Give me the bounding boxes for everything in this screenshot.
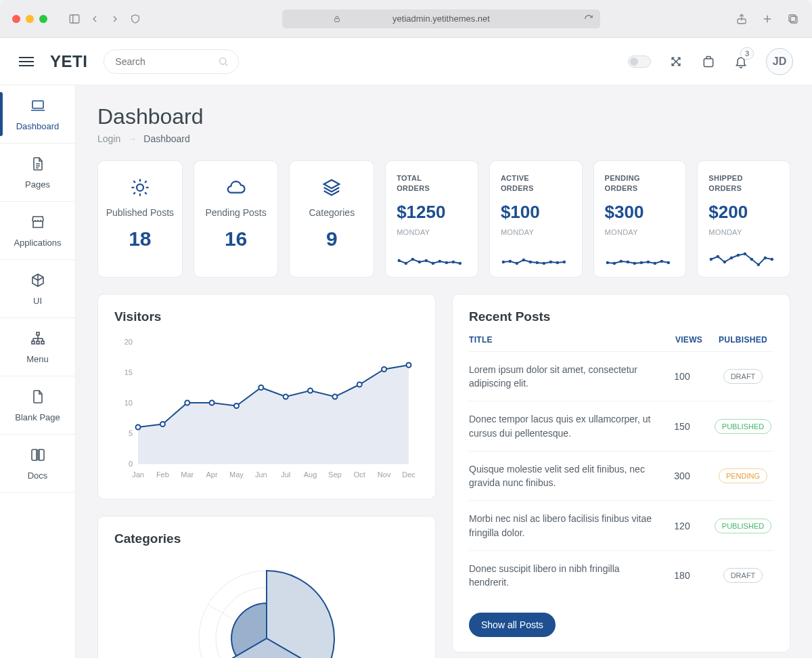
sitemap-icon [29, 330, 47, 347]
nav-back-icon[interactable] [88, 12, 102, 26]
svg-point-72 [737, 253, 740, 256]
status-badge: DRAFT [723, 568, 763, 583]
share-icon[interactable] [735, 12, 748, 26]
svg-point-40 [411, 257, 414, 260]
sidebar-item-menu[interactable]: Menu [0, 318, 75, 376]
window-minimize[interactable] [26, 15, 34, 23]
browser-chrome: yetiadmin.yetithemes.net [0, 0, 812, 38]
stat-day: MONDAY [397, 228, 430, 236]
apps-icon[interactable] [701, 54, 716, 69]
stat-total-orders: TOTALORDERS $1250 MONDAY [385, 160, 478, 278]
svg-rect-0 [70, 15, 79, 23]
new-tab-icon[interactable] [761, 12, 774, 26]
svg-point-47 [459, 261, 461, 264]
refresh-icon[interactable] [584, 14, 593, 24]
sidebar-item-dashboard[interactable]: Dashboard [0, 85, 75, 144]
sidebar-item-blank-page[interactable]: Blank Page [0, 376, 75, 435]
window-close[interactable] [12, 15, 20, 23]
svg-point-92 [332, 394, 337, 399]
svg-rect-18 [37, 332, 39, 335]
fullscreen-icon[interactable] [669, 54, 683, 69]
sidebar-item-label: Dashboard [16, 121, 60, 131]
post-title[interactable]: Donec tempor lacus quis ex ullamcorper, … [469, 412, 652, 440]
svg-text:Mar: Mar [181, 470, 194, 479]
svg-point-95 [407, 362, 411, 367]
svg-rect-2 [335, 18, 340, 22]
stat-pending-posts: Pending Posts 16 [194, 160, 279, 278]
sidebar-item-label: Pages [25, 179, 50, 190]
svg-point-76 [764, 256, 767, 259]
nav-forward-icon[interactable] [108, 12, 122, 26]
svg-point-89 [258, 385, 263, 390]
svg-text:Jun: Jun [255, 470, 267, 479]
svg-point-50 [516, 261, 518, 264]
sidebar-toggle-icon[interactable] [68, 12, 81, 26]
svg-text:5: 5 [129, 429, 133, 437]
svg-marker-37 [324, 180, 340, 189]
window-maximize[interactable] [39, 15, 47, 23]
url-bar[interactable]: yetiadmin.yetithemes.net [282, 9, 600, 28]
svg-text:Aug: Aug [304, 470, 317, 479]
sidebar-item-label: Applications [14, 238, 61, 248]
sidebar-item-docs[interactable]: Docs [0, 435, 75, 493]
svg-point-46 [452, 260, 455, 263]
svg-rect-21 [41, 341, 44, 344]
status-badge: DRAFT [723, 369, 763, 384]
svg-point-56 [556, 261, 559, 263]
post-title[interactable]: Morbi nec nisl ac libero facilisis finib… [469, 512, 652, 540]
search-input[interactable] [115, 56, 233, 67]
stat-label: ACTIVEORDERS [501, 173, 534, 194]
sidebar: Dashboard Pages Applications UI [0, 85, 76, 658]
svg-rect-12 [704, 58, 713, 66]
sidebar-item-label: Docs [28, 470, 48, 481]
post-title[interactable]: Lorem ipsum dolor sit amet, consectetur … [469, 363, 652, 391]
shield-icon[interactable] [129, 12, 142, 26]
post-title[interactable]: Donec suscipit libero in nibh fringilla … [469, 562, 652, 590]
svg-point-48 [502, 260, 505, 263]
sidebar-item-ui[interactable]: UI [0, 260, 75, 318]
col-published: PULBISHED [713, 335, 773, 345]
stat-label: SHIPPEDORDERS [708, 173, 742, 194]
menu-toggle-button[interactable] [19, 57, 34, 66]
sidebar-item-label: Blank Page [15, 412, 60, 422]
tabs-overview-icon[interactable] [786, 12, 800, 26]
status-badge: PENDING [719, 468, 767, 483]
document-icon [29, 155, 47, 173]
url-text: yetiadmin.yetithemes.net [392, 14, 490, 24]
post-title[interactable]: Quisque molestie velit sed elit finibus,… [469, 462, 652, 490]
svg-point-93 [357, 382, 362, 387]
theme-toggle[interactable] [628, 56, 651, 68]
search-field[interactable] [104, 49, 239, 74]
svg-line-36 [145, 181, 147, 183]
page-title: Dashboard [97, 104, 790, 129]
svg-point-75 [757, 263, 760, 265]
stat-day: MONDAY [501, 228, 534, 236]
sidebar-item-pages[interactable]: Pages [0, 144, 75, 202]
svg-point-77 [771, 257, 773, 260]
show-all-posts-button[interactable]: Show all Posts [469, 613, 556, 637]
svg-point-62 [633, 261, 635, 264]
stat-value: 16 [225, 227, 247, 250]
svg-point-67 [667, 261, 669, 263]
breadcrumb-current: Dashboard [143, 133, 190, 144]
sidebar-item-applications[interactable]: Applications [0, 202, 75, 260]
stat-label: Categories [309, 207, 355, 218]
stat-shipped-orders: SHIPPEDORDERS $200 MONDAY [697, 160, 790, 278]
visitors-panel: Visitors 05101520JanFebMarAprMayJunJulAu… [97, 294, 436, 500]
svg-point-51 [522, 258, 525, 261]
notifications-button[interactable]: 3 [734, 54, 748, 69]
panel-title: Categories [114, 531, 419, 546]
avatar[interactable]: JD [766, 48, 793, 75]
lock-icon [333, 15, 341, 23]
table-header: TITLE VIEWS PULBISHED [469, 335, 773, 351]
svg-rect-6 [790, 16, 797, 23]
svg-point-71 [730, 256, 733, 259]
stat-day: MONDAY [708, 228, 742, 236]
post-views: 300 [658, 470, 706, 481]
stat-active-orders: ACTIVEORDERS $100 MONDAY [489, 160, 583, 278]
svg-point-91 [308, 388, 313, 393]
svg-point-63 [639, 261, 642, 263]
breadcrumb-root[interactable]: Login [97, 133, 120, 144]
svg-point-70 [723, 260, 726, 263]
visitors-chart: 05101520JanFebMarAprMayJunJulAugSepOctNo… [114, 335, 419, 484]
